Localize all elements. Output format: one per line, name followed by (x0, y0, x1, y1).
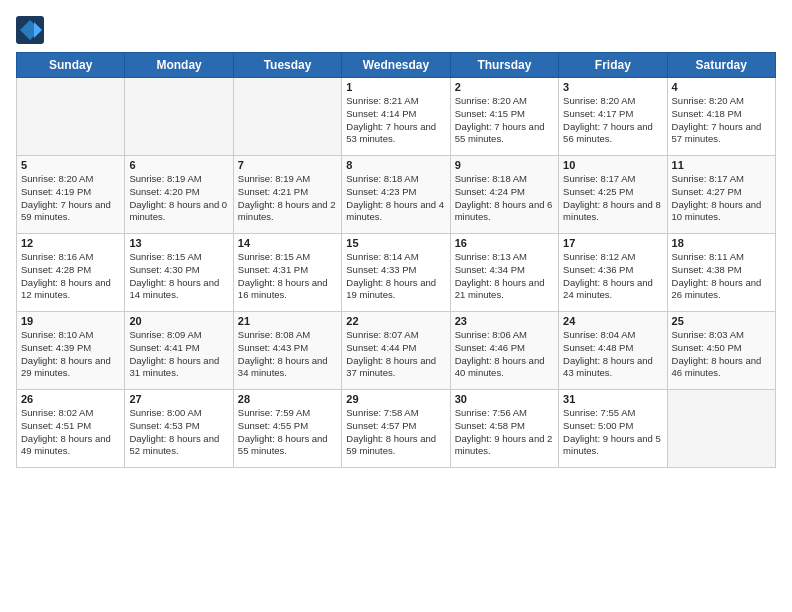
day-info: Sunrise: 8:12 AM Sunset: 4:36 PM Dayligh… (563, 251, 662, 302)
day-info: Sunrise: 8:00 AM Sunset: 4:53 PM Dayligh… (129, 407, 228, 458)
day-number: 9 (455, 159, 554, 171)
calendar-cell: 19Sunrise: 8:10 AM Sunset: 4:39 PM Dayli… (17, 312, 125, 390)
day-info: Sunrise: 8:06 AM Sunset: 4:46 PM Dayligh… (455, 329, 554, 380)
day-info: Sunrise: 8:21 AM Sunset: 4:14 PM Dayligh… (346, 95, 445, 146)
calendar-cell: 1Sunrise: 8:21 AM Sunset: 4:14 PM Daylig… (342, 78, 450, 156)
day-info: Sunrise: 8:20 AM Sunset: 4:18 PM Dayligh… (672, 95, 771, 146)
calendar-cell: 9Sunrise: 8:18 AM Sunset: 4:24 PM Daylig… (450, 156, 558, 234)
logo-icon (16, 16, 44, 44)
calendar-cell (233, 78, 341, 156)
day-number: 14 (238, 237, 337, 249)
day-number: 6 (129, 159, 228, 171)
day-info: Sunrise: 8:13 AM Sunset: 4:34 PM Dayligh… (455, 251, 554, 302)
weekday-header-friday: Friday (559, 53, 667, 78)
day-info: Sunrise: 8:17 AM Sunset: 4:25 PM Dayligh… (563, 173, 662, 224)
day-info: Sunrise: 8:10 AM Sunset: 4:39 PM Dayligh… (21, 329, 120, 380)
calendar-cell: 23Sunrise: 8:06 AM Sunset: 4:46 PM Dayli… (450, 312, 558, 390)
day-info: Sunrise: 8:07 AM Sunset: 4:44 PM Dayligh… (346, 329, 445, 380)
day-info: Sunrise: 8:03 AM Sunset: 4:50 PM Dayligh… (672, 329, 771, 380)
day-info: Sunrise: 7:56 AM Sunset: 4:58 PM Dayligh… (455, 407, 554, 458)
day-info: Sunrise: 8:08 AM Sunset: 4:43 PM Dayligh… (238, 329, 337, 380)
weekday-header-saturday: Saturday (667, 53, 775, 78)
day-info: Sunrise: 8:20 AM Sunset: 4:17 PM Dayligh… (563, 95, 662, 146)
day-info: Sunrise: 8:14 AM Sunset: 4:33 PM Dayligh… (346, 251, 445, 302)
day-number: 18 (672, 237, 771, 249)
day-number: 4 (672, 81, 771, 93)
day-info: Sunrise: 8:17 AM Sunset: 4:27 PM Dayligh… (672, 173, 771, 224)
calendar-cell: 28Sunrise: 7:59 AM Sunset: 4:55 PM Dayli… (233, 390, 341, 468)
day-info: Sunrise: 8:20 AM Sunset: 4:19 PM Dayligh… (21, 173, 120, 224)
calendar-cell: 12Sunrise: 8:16 AM Sunset: 4:28 PM Dayli… (17, 234, 125, 312)
calendar-cell: 2Sunrise: 8:20 AM Sunset: 4:15 PM Daylig… (450, 78, 558, 156)
day-info: Sunrise: 7:58 AM Sunset: 4:57 PM Dayligh… (346, 407, 445, 458)
day-number: 3 (563, 81, 662, 93)
day-info: Sunrise: 8:04 AM Sunset: 4:48 PM Dayligh… (563, 329, 662, 380)
calendar-cell: 21Sunrise: 8:08 AM Sunset: 4:43 PM Dayli… (233, 312, 341, 390)
day-number: 21 (238, 315, 337, 327)
day-number: 1 (346, 81, 445, 93)
calendar-cell: 26Sunrise: 8:02 AM Sunset: 4:51 PM Dayli… (17, 390, 125, 468)
weekday-header-sunday: Sunday (17, 53, 125, 78)
calendar-cell: 22Sunrise: 8:07 AM Sunset: 4:44 PM Dayli… (342, 312, 450, 390)
day-number: 8 (346, 159, 445, 171)
calendar-cell: 4Sunrise: 8:20 AM Sunset: 4:18 PM Daylig… (667, 78, 775, 156)
day-number: 27 (129, 393, 228, 405)
weekday-header-wednesday: Wednesday (342, 53, 450, 78)
day-number: 23 (455, 315, 554, 327)
calendar-cell: 30Sunrise: 7:56 AM Sunset: 4:58 PM Dayli… (450, 390, 558, 468)
calendar-cell: 16Sunrise: 8:13 AM Sunset: 4:34 PM Dayli… (450, 234, 558, 312)
calendar-cell: 10Sunrise: 8:17 AM Sunset: 4:25 PM Dayli… (559, 156, 667, 234)
day-number: 29 (346, 393, 445, 405)
day-number: 11 (672, 159, 771, 171)
calendar-cell: 31Sunrise: 7:55 AM Sunset: 5:00 PM Dayli… (559, 390, 667, 468)
day-number: 26 (21, 393, 120, 405)
day-info: Sunrise: 8:18 AM Sunset: 4:24 PM Dayligh… (455, 173, 554, 224)
day-number: 10 (563, 159, 662, 171)
calendar-cell (125, 78, 233, 156)
logo (16, 16, 48, 44)
day-number: 15 (346, 237, 445, 249)
calendar-cell: 29Sunrise: 7:58 AM Sunset: 4:57 PM Dayli… (342, 390, 450, 468)
calendar-cell: 15Sunrise: 8:14 AM Sunset: 4:33 PM Dayli… (342, 234, 450, 312)
calendar-cell: 18Sunrise: 8:11 AM Sunset: 4:38 PM Dayli… (667, 234, 775, 312)
day-info: Sunrise: 7:55 AM Sunset: 5:00 PM Dayligh… (563, 407, 662, 458)
calendar-cell: 17Sunrise: 8:12 AM Sunset: 4:36 PM Dayli… (559, 234, 667, 312)
day-number: 22 (346, 315, 445, 327)
day-info: Sunrise: 8:11 AM Sunset: 4:38 PM Dayligh… (672, 251, 771, 302)
calendar-cell: 13Sunrise: 8:15 AM Sunset: 4:30 PM Dayli… (125, 234, 233, 312)
day-info: Sunrise: 8:15 AM Sunset: 4:31 PM Dayligh… (238, 251, 337, 302)
calendar-cell: 24Sunrise: 8:04 AM Sunset: 4:48 PM Dayli… (559, 312, 667, 390)
day-info: Sunrise: 8:18 AM Sunset: 4:23 PM Dayligh… (346, 173, 445, 224)
day-number: 30 (455, 393, 554, 405)
day-number: 31 (563, 393, 662, 405)
calendar-cell: 6Sunrise: 8:19 AM Sunset: 4:20 PM Daylig… (125, 156, 233, 234)
calendar-cell (17, 78, 125, 156)
calendar-cell: 8Sunrise: 8:18 AM Sunset: 4:23 PM Daylig… (342, 156, 450, 234)
calendar-cell: 5Sunrise: 8:20 AM Sunset: 4:19 PM Daylig… (17, 156, 125, 234)
day-number: 7 (238, 159, 337, 171)
weekday-header-tuesday: Tuesday (233, 53, 341, 78)
calendar-cell (667, 390, 775, 468)
day-number: 16 (455, 237, 554, 249)
weekday-header-thursday: Thursday (450, 53, 558, 78)
weekday-header-monday: Monday (125, 53, 233, 78)
calendar-cell: 27Sunrise: 8:00 AM Sunset: 4:53 PM Dayli… (125, 390, 233, 468)
day-info: Sunrise: 7:59 AM Sunset: 4:55 PM Dayligh… (238, 407, 337, 458)
day-number: 13 (129, 237, 228, 249)
day-info: Sunrise: 8:19 AM Sunset: 4:20 PM Dayligh… (129, 173, 228, 224)
day-info: Sunrise: 8:16 AM Sunset: 4:28 PM Dayligh… (21, 251, 120, 302)
day-number: 28 (238, 393, 337, 405)
calendar-cell: 7Sunrise: 8:19 AM Sunset: 4:21 PM Daylig… (233, 156, 341, 234)
day-number: 20 (129, 315, 228, 327)
calendar-cell: 14Sunrise: 8:15 AM Sunset: 4:31 PM Dayli… (233, 234, 341, 312)
calendar: SundayMondayTuesdayWednesdayThursdayFrid… (16, 52, 776, 468)
day-number: 5 (21, 159, 120, 171)
calendar-cell: 20Sunrise: 8:09 AM Sunset: 4:41 PM Dayli… (125, 312, 233, 390)
day-number: 2 (455, 81, 554, 93)
day-info: Sunrise: 8:02 AM Sunset: 4:51 PM Dayligh… (21, 407, 120, 458)
calendar-cell: 25Sunrise: 8:03 AM Sunset: 4:50 PM Dayli… (667, 312, 775, 390)
day-number: 24 (563, 315, 662, 327)
day-info: Sunrise: 8:09 AM Sunset: 4:41 PM Dayligh… (129, 329, 228, 380)
day-number: 17 (563, 237, 662, 249)
day-number: 12 (21, 237, 120, 249)
